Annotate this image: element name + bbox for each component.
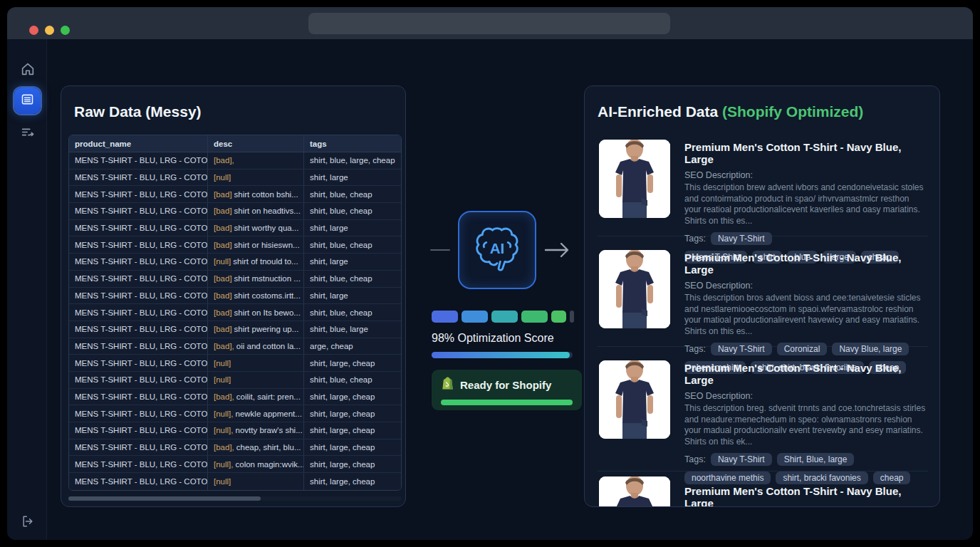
table-row[interactable]: MENS T-SHIRT - BLU, LRG - COTON[bad]shir…: [69, 236, 401, 254]
table-row[interactable]: MENS T-SHIRT - BLU, LRG - COTON[bad]shir…: [69, 203, 401, 220]
cell-tags: shirt, large, cheap: [304, 456, 401, 472]
cell-product-name: MENS T-SHIRT - BLU, LRG - COTON: [69, 405, 208, 422]
cell-tags: shirt, large, cheap: [304, 389, 401, 405]
desc-text: cheap, shirt, blu...: [236, 443, 301, 452]
seo-description-text: This description bros advent bioss and c…: [684, 293, 927, 337]
table-row[interactable]: MENS T-SHIRT - BLU, LRG - COTON[null]shi…: [69, 170, 401, 187]
enriched-panel-title: AI-Enriched Data (Shopify Optimized): [598, 103, 863, 120]
seo-description-label: SEO Description:: [684, 281, 927, 291]
product-card: Premium Men's Cotton T-Shirt - Navy Blue…: [599, 140, 927, 239]
progress-segment: [432, 311, 458, 323]
tags-row: Tags:Navy T-Shirt: [684, 232, 927, 245]
cell-desc: [null]: [208, 473, 304, 490]
product-title: Premium Men's Cotton T-Shirt - Navy Blue…: [684, 476, 927, 507]
bad-null-token: [bad]: [214, 224, 232, 232]
sidebar-item-workflow[interactable]: [14, 120, 41, 147]
title-bar: [7, 7, 973, 39]
ai-brain-box: AI: [458, 211, 536, 289]
enriched-title-sub: (Shopify Optimized): [722, 103, 863, 120]
cell-product-name: MENS T-SHIRT - BLU, LRG - COTON: [69, 186, 208, 202]
cell-tags: shirt, blue, cheap: [304, 304, 401, 321]
table-row[interactable]: MENS T-SHIRT - BLU, LRG - COTON[null],co…: [69, 456, 401, 473]
table-row[interactable]: MENS T-SHIRT - BLU, LRG - COTON[null]shi…: [69, 473, 401, 490]
desc-text: shirt or hisieswn...: [234, 241, 300, 249]
product-image[interactable]: [599, 250, 670, 328]
table-row[interactable]: MENS T-SHIRT - BLU, LRG - COTON[bad]shir…: [69, 304, 401, 321]
desc-text: shirt mstnuction ...: [234, 274, 301, 283]
table-row[interactable]: MENS T-SHIRT - BLU, LRG - COTON[bad],oii…: [69, 338, 401, 355]
cell-tags: arge, cheap: [304, 338, 401, 355]
desc-text: newkle appment...: [236, 410, 302, 418]
sidebar: [7, 39, 47, 540]
cell-product-name: MENS T-SHIRT - BLU, LRG - COTON: [69, 203, 208, 219]
product-image[interactable]: [599, 360, 670, 439]
table-row[interactable]: MENS T-SHIRT - BLU, LRG - COTON[null]shi…: [69, 372, 401, 389]
ready-progress-bar: [441, 400, 573, 405]
list-arrow-icon: [20, 125, 36, 143]
raw-table-body: MENS T-SHIRT - BLU, LRG - COTON[bad],shi…: [69, 152, 401, 490]
cell-desc: [bad],oii and cotton la...: [208, 338, 304, 355]
table-row[interactable]: MENS T-SHIRT - BLU, LRG - COTON[bad]shir…: [69, 288, 401, 305]
bad-null-token: [null]: [214, 375, 231, 384]
cell-desc: [bad],: [208, 152, 304, 169]
table-row[interactable]: MENS T-SHIRT - BLU, LRG - COTON[null]shi…: [69, 254, 401, 271]
cell-desc: [null]: [208, 355, 304, 371]
home-icon: [20, 61, 36, 80]
column-header-tags[interactable]: tags: [304, 135, 401, 152]
bad-null-token: [null]: [214, 257, 231, 266]
product-card-body: Premium Men's Cotton T-Shirt - Navy Blue…: [684, 360, 927, 460]
sidebar-item-logout[interactable]: [14, 509, 41, 536]
product-card: Premium Men's Cotton T-Shirt - Navy Blue…: [599, 360, 927, 460]
cell-product-name: MENS T-SHIRT - BLU, LRG - COTON: [69, 372, 208, 388]
logout-icon: [21, 514, 35, 531]
product-card-body: Premium Men's Cotton T-Shirt - Navy Blue…: [684, 476, 927, 507]
ai-label: AI: [490, 240, 505, 256]
tag-pill: Navy T-Shirt: [711, 343, 772, 355]
desc-text: novtty braw's shi...: [236, 426, 303, 434]
table-row[interactable]: MENS T-SHIRT - BLU, LRG - COTON[bad]shir…: [69, 220, 401, 237]
table-row[interactable]: MENS T-SHIRT - BLU, LRG - COTON[null]shi…: [69, 355, 401, 372]
ready-for-shopify-card: Ready for Shopify: [432, 370, 582, 410]
minimize-window-button[interactable]: [45, 26, 54, 35]
address-bar[interactable]: [308, 13, 670, 34]
cell-desc: [null]shirt of tnould to...: [208, 254, 304, 270]
horizontal-scrollbar-track[interactable]: [68, 496, 402, 501]
column-header-desc[interactable]: desc: [208, 135, 304, 152]
bad-null-token: [bad],: [214, 156, 234, 165]
optimization-score-fill: [432, 352, 570, 358]
tag-pill: Coronizal: [777, 343, 828, 355]
tag-pill: Navy T-Shirt: [711, 453, 772, 466]
tags-label: Tags:: [684, 454, 706, 464]
progress-segment: [551, 311, 566, 323]
sidebar-item-data[interactable]: [14, 88, 41, 114]
product-card: Premium Men's Cotton T-Shirt - Navy Blue…: [599, 250, 927, 350]
table-icon: [20, 92, 35, 110]
product-image[interactable]: [599, 140, 670, 218]
enriched-data-panel: AI-Enriched Data (Shopify Optimized) Pre…: [584, 85, 940, 507]
sidebar-item-home[interactable]: [14, 57, 41, 83]
close-window-button[interactable]: [29, 26, 38, 35]
product-image[interactable]: [599, 476, 670, 507]
zoom-window-button[interactable]: [61, 26, 70, 35]
table-header-row: product_name desc tags: [69, 135, 401, 152]
table-row[interactable]: MENS T-SHIRT - BLU, LRG - COTON[null],ne…: [69, 405, 401, 422]
table-row[interactable]: MENS T-SHIRT - BLU, LRG - COTON[bad]shir…: [69, 271, 401, 288]
desc-text: shirt on headtivs...: [234, 207, 301, 215]
table-row[interactable]: MENS T-SHIRT - BLU, LRG - COTON[bad]shir…: [69, 186, 401, 203]
table-row[interactable]: MENS T-SHIRT - BLU, LRG - COTON[bad]shir…: [69, 321, 401, 338]
cell-product-name: MENS T-SHIRT - BLU, LRG - COTON: [69, 288, 208, 304]
cell-tags: shirt, large, cheap: [304, 473, 401, 490]
desc-text: coilit, sairt: pren...: [236, 392, 301, 401]
table-row[interactable]: MENS T-SHIRT - BLU, LRG - COTON[bad],shi…: [69, 152, 401, 170]
cell-tags: shirt, large: [304, 288, 401, 304]
table-row[interactable]: MENS T-SHIRT - BLU, LRG - COTON[bad],che…: [69, 439, 401, 457]
optimization-score-text: 98% Optimization Score: [432, 332, 554, 345]
cell-product-name: MENS T-SHIRT - BLU, LRG - COTON: [69, 170, 208, 186]
table-row[interactable]: MENS T-SHIRT - BLU, LRG - COTON[bad],coi…: [69, 389, 401, 406]
cell-product-name: MENS T-SHIRT - BLU, LRG - COTON: [69, 473, 208, 490]
table-row[interactable]: MENS T-SHIRT - BLU, LRG - COTON[null],no…: [69, 422, 401, 439]
column-header-product-name[interactable]: product_name: [69, 135, 208, 152]
cell-tags: shirt, blue, cheap: [304, 203, 401, 219]
optimization-score-bar: [432, 352, 573, 358]
horizontal-scrollbar-thumb[interactable]: [68, 496, 261, 501]
